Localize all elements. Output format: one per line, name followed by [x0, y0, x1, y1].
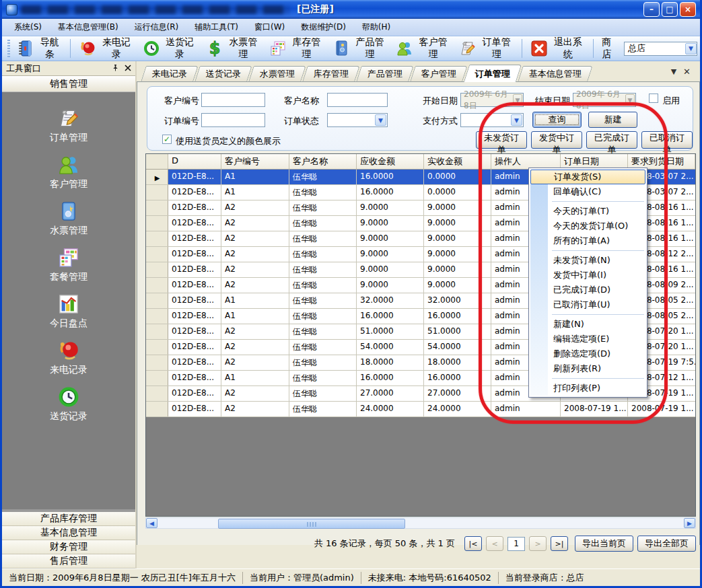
- sidebar-section-bar[interactable]: 售后管理: [2, 554, 135, 568]
- chevron-down-icon[interactable]: ▼: [685, 43, 697, 54]
- menu-item[interactable]: 帮助(H): [355, 20, 397, 35]
- column-header[interactable]: 客户名称: [289, 154, 357, 169]
- grid-icon: [57, 246, 80, 269]
- order-status-filter-button[interactable]: 发货中订单: [531, 131, 582, 149]
- context-menu-item[interactable]: 回单确认(C): [530, 184, 645, 199]
- tab[interactable]: 客户管理: [410, 66, 467, 81]
- context-menu-item[interactable]: 今天的订单(T): [530, 204, 645, 219]
- context-menu-item[interactable]: 所有的订单(A): [530, 233, 645, 248]
- context-menu-item[interactable]: 未发货订单(N): [530, 253, 645, 268]
- menu-item[interactable]: 运行信息(R): [128, 20, 186, 35]
- sidebar-item[interactable]: 来电记录: [28, 339, 109, 376]
- tab[interactable]: 库存管理: [302, 66, 359, 81]
- application-window: [已注册] – □ × 系统(S)基本信息管理(B)运行信息(R)辅助工具(T)…: [0, 0, 702, 588]
- toolbar-button[interactable]: 送货记录: [139, 34, 202, 63]
- context-menu-item[interactable]: 已取消订单(U): [530, 297, 645, 312]
- tab[interactable]: 来电记录: [141, 66, 198, 81]
- page-number-input[interactable]: [507, 537, 525, 551]
- menu-item[interactable]: 窗口(W): [248, 20, 291, 35]
- toolbar-grip-handle[interactable]: [7, 40, 10, 57]
- first-page-button[interactable]: |<: [464, 536, 482, 551]
- context-menu-item[interactable]: 已完成订单(D): [530, 283, 645, 297]
- menu-item[interactable]: 基本信息管理(B): [51, 20, 125, 35]
- context-menu-item[interactable]: 新建(N): [530, 317, 645, 332]
- maximize-button[interactable]: □: [662, 2, 678, 17]
- sidebar-item[interactable]: 今日盘点: [28, 293, 109, 330]
- order-scroll-icon: [459, 40, 477, 57]
- horizontal-scrollbar[interactable]: ◀ ▶: [145, 517, 696, 529]
- context-menu-item[interactable]: 订单发货(S): [530, 170, 645, 184]
- customer-name-input[interactable]: [327, 93, 388, 107]
- courier-color-checkbox[interactable]: ✓: [162, 135, 172, 144]
- query-button[interactable]: 查询: [532, 112, 582, 128]
- context-menu-item[interactable]: 刷新列表(R): [530, 361, 645, 376]
- scroll-left-icon[interactable]: ◀: [146, 518, 157, 528]
- menu-item[interactable]: 辅助工具(T): [188, 20, 245, 35]
- column-header[interactable]: 客户编号: [221, 154, 289, 169]
- column-header[interactable]: 实收金额: [424, 154, 491, 169]
- tab-list-dropdown-icon[interactable]: ▼: [671, 67, 676, 76]
- order-status-select[interactable]: ▼: [327, 113, 388, 127]
- column-header[interactable]: 要求到货日期: [628, 154, 695, 169]
- toolbar-button[interactable]: 导航条: [13, 34, 67, 63]
- table-row[interactable]: ▶ 012D-E8... A2 伍华聪 24.0000 24.0000 admi…: [146, 402, 695, 417]
- context-menu-item[interactable]: 删除选定项(D): [530, 346, 645, 361]
- toolbar-button[interactable]: 退出系统: [526, 34, 590, 63]
- new-button[interactable]: 新建: [588, 112, 637, 128]
- export-all-pages-button[interactable]: 导出全部页: [637, 536, 696, 552]
- sidebar-section-bar[interactable]: 财务管理: [2, 540, 135, 554]
- toolbar-button[interactable]: 订单管理: [455, 34, 518, 63]
- column-header[interactable]: 订单日期: [561, 154, 628, 169]
- store-combobox[interactable]: 总店 ▼: [624, 42, 697, 56]
- toolbar-button[interactable]: $ 水票管理: [202, 34, 265, 63]
- order-status-filter-button[interactable]: 已完成订单: [586, 131, 637, 149]
- menu-item[interactable]: 系统(S): [7, 20, 48, 35]
- tab[interactable]: 水票管理: [248, 66, 306, 81]
- payment-select[interactable]: ▼: [460, 113, 524, 127]
- tab[interactable]: 产品管理: [356, 66, 413, 81]
- start-date-picker[interactable]: 2009年 6月 8日 ▼: [460, 93, 524, 107]
- end-date-picker[interactable]: 2009年 6月 8日 ▼: [573, 93, 636, 107]
- column-header[interactable]: 操作人: [491, 154, 561, 169]
- toolbar-button[interactable]: 产品管理: [328, 34, 392, 63]
- tab[interactable]: 送货记录: [195, 66, 252, 81]
- order-status-filter-button[interactable]: 已取消订单: [641, 131, 693, 149]
- sidebar-section-bar[interactable]: 产品库存管理: [2, 512, 135, 526]
- context-menu-item[interactable]: 打印列表(P): [530, 381, 645, 396]
- sidebar-item[interactable]: 水票管理: [28, 200, 109, 237]
- sidebar-item[interactable]: 订单管理: [28, 107, 109, 144]
- sidebar-item[interactable]: 送货记录: [28, 385, 109, 422]
- scroll-right-icon[interactable]: ▶: [684, 518, 695, 528]
- customer-no-input[interactable]: [201, 93, 265, 107]
- pin-icon[interactable]: [112, 63, 119, 73]
- grid-icon: [269, 40, 287, 57]
- sidebar-item[interactable]: 套餐管理: [28, 246, 109, 283]
- tab[interactable]: 基本信息管理: [518, 66, 592, 81]
- tab[interactable]: 订单管理: [464, 65, 522, 82]
- enable-checkbox[interactable]: [649, 94, 658, 103]
- menu-item[interactable]: 数据维护(D): [294, 20, 353, 35]
- tab-close-icon[interactable]: ✕: [683, 67, 691, 77]
- sidebar-item[interactable]: 客户管理: [28, 153, 109, 190]
- export-current-page-button[interactable]: 导出当前页: [575, 536, 633, 552]
- close-panel-icon[interactable]: [125, 63, 131, 73]
- column-header[interactable]: D: [168, 154, 221, 169]
- column-header[interactable]: 应收金额: [357, 154, 424, 169]
- order-no-input[interactable]: [201, 113, 265, 127]
- prev-page-button[interactable]: <: [486, 536, 503, 551]
- context-menu-item[interactable]: 发货中订单(I): [530, 268, 645, 283]
- context-menu-item[interactable]: 今天的发货订单(O): [530, 219, 645, 233]
- toolbar-button[interactable]: 库存管理: [265, 34, 328, 63]
- context-menu-item[interactable]: 编辑选定项(E): [530, 332, 645, 346]
- toolbar-button[interactable]: 来电记录: [75, 34, 138, 63]
- order-status-filter-button[interactable]: 未发货订单: [476, 131, 527, 149]
- sidebar-section-sales[interactable]: 销售管理: [2, 76, 135, 92]
- scrollbar-thumb[interactable]: [218, 519, 405, 529]
- close-button[interactable]: ×: [680, 2, 696, 17]
- sidebar-section-bar[interactable]: 基本信息管理: [2, 526, 135, 540]
- next-page-button[interactable]: >: [529, 536, 547, 551]
- minimize-button[interactable]: –: [643, 2, 660, 17]
- last-page-button[interactable]: >|: [551, 536, 568, 551]
- toolbar-button[interactable]: 客户管理: [392, 34, 455, 63]
- customer-no-label: 客户编号: [164, 95, 199, 107]
